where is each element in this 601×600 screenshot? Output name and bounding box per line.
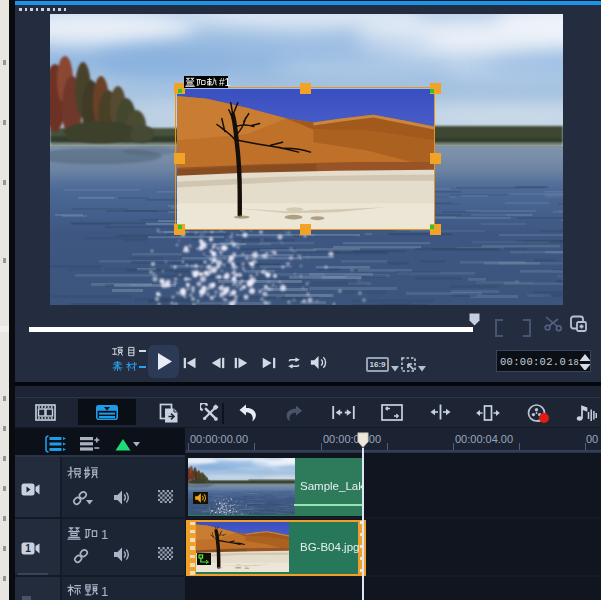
- svg-text:1: 1: [25, 543, 31, 554]
